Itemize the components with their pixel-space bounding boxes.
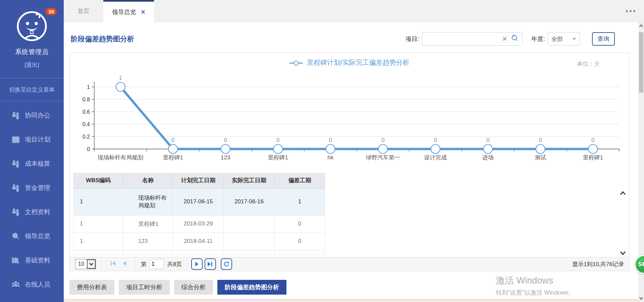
svg-text:进场: 进场 <box>482 154 494 161</box>
table-row[interactable]: 1现场标杆布局规划2017-06-152017-06-161 <box>74 188 325 215</box>
logout-link[interactable]: [退出] <box>0 61 64 69</box>
total-pages-label: 共8页 <box>167 260 182 268</box>
svg-text:设计完成: 设计完成 <box>424 154 447 161</box>
year-filter-label: 年度: <box>531 35 545 43</box>
table-cell: 1 <box>74 215 123 233</box>
sidebar-item-label: 基础资料 <box>25 256 50 265</box>
books-icon <box>11 256 20 264</box>
table-row[interactable]: 1里程碑12018-03-290 <box>74 215 325 233</box>
bottom-tab-0[interactable]: 费用分析表 <box>69 280 114 295</box>
project-search-box: × <box>422 32 523 46</box>
project-filter-label: 项目: <box>406 35 419 43</box>
sidebar-item-label: 领导总览 <box>25 232 50 241</box>
svg-text:1: 1 <box>119 75 122 81</box>
bottom-tab-2[interactable]: 综合分析 <box>174 280 213 295</box>
record-summary: 显示1到10,共76记录 <box>572 260 624 268</box>
windows-activation-watermark: 激活 Windows 转到"设置"以激活 Windows。 <box>496 274 575 297</box>
sidebar-item-6[interactable]: 基础资料 <box>0 248 64 272</box>
refresh-button[interactable] <box>221 258 232 270</box>
deviation-table-wrap: WBS编码名称计划完工日期实际完工日期偏差工期1现场标杆布局规划2017-06-… <box>73 173 629 257</box>
page-size-select[interactable]: 10 <box>75 259 96 269</box>
svg-text:0.2: 0.2 <box>83 134 90 140</box>
tab-1[interactable]: 领导总览× <box>103 0 154 22</box>
avatar[interactable] <box>16 38 48 43</box>
search-icon <box>11 232 20 240</box>
svg-text:0: 0 <box>434 137 437 143</box>
user-block: 39 系统管理员 [退出] <box>0 0 64 69</box>
main-content: 阶段偏差趋势图分析 项目: × 年度: 全部 查询 <box>64 22 638 302</box>
sidebar-item-7[interactable]: 在线人员 <box>0 272 64 297</box>
tab-label: 领导总览 <box>112 8 136 16</box>
svg-text:1: 1 <box>87 84 90 90</box>
query-button[interactable]: 查询 <box>592 32 615 46</box>
svg-text:hk: hk <box>327 154 333 161</box>
table-scrollbar <box>619 190 627 256</box>
tab-0[interactable]: 首页 <box>64 0 103 22</box>
table-cell: 123 <box>123 233 173 250</box>
bottom-tab-1[interactable]: 项目工时分析 <box>119 280 170 295</box>
year-select-value: 全部 <box>551 35 563 43</box>
year-select[interactable]: 全部 <box>548 32 580 46</box>
current-page-input[interactable] <box>149 259 164 269</box>
username: 系统管理员 <box>0 48 64 56</box>
close-icon[interactable]: × <box>141 8 145 16</box>
svg-text:0.6: 0.6 <box>83 109 90 115</box>
sidebar-item-1[interactable]: 项目计划 <box>0 128 64 152</box>
trend-line-chart: 00.20.40.60.811现场标杆布局规划0里程碑101230里程碑10hk… <box>70 69 627 169</box>
table-cell: 现场标杆布局规划 <box>123 188 173 215</box>
column-header[interactable]: 偏差工期 <box>275 173 325 188</box>
switch-custom-menu[interactable]: 切换至自定义菜单 <box>0 78 64 101</box>
page-size-value: 10 <box>75 261 87 267</box>
table-header-row: WBS编码名称计划完工日期实际完工日期偏差工期 <box>74 173 325 188</box>
column-header[interactable]: 计划完工日期 <box>173 173 224 188</box>
svg-text:0: 0 <box>276 137 279 143</box>
svg-text:0: 0 <box>539 137 542 143</box>
table-row[interactable]: 11232018-04-110 <box>74 233 325 250</box>
project-search-input[interactable] <box>422 33 502 45</box>
scroll-up-icon[interactable] <box>620 190 626 196</box>
toolbar: 阶段偏差趋势图分析 项目: × 年度: 全部 查询 <box>64 22 638 52</box>
pagination-bar: 10 第 共8页 <box>70 257 629 271</box>
svg-text:现场标杆布局规划: 现场标杆布局规划 <box>98 154 143 161</box>
scroll-down-icon[interactable] <box>620 250 626 256</box>
bottom-tab-3[interactable]: 阶段偏差趋势图分析 <box>217 280 286 295</box>
table-cell: 2018-04-11 <box>173 233 224 250</box>
first-page-button[interactable] <box>110 260 116 268</box>
prev-page-button[interactable] <box>122 260 127 268</box>
column-header[interactable]: WBS编码 <box>74 173 123 188</box>
svg-text:0: 0 <box>486 137 489 143</box>
sidebar-item-0[interactable]: 协同办公 <box>0 103 64 128</box>
people-icon <box>11 160 20 168</box>
people-icon <box>11 111 20 119</box>
sidebar-item-4[interactable]: 文档资料 <box>0 200 64 224</box>
sidebar-item-label: 文档资料 <box>25 208 50 216</box>
svg-text:0: 0 <box>171 137 174 143</box>
column-header[interactable]: 实际完工日期 <box>224 173 275 188</box>
people-icon <box>11 184 20 192</box>
chart-legend[interactable]: 里程碑计划/实际完工偏差趋势分析 <box>70 58 629 67</box>
svg-text:0.8: 0.8 <box>83 97 90 102</box>
table-cell: 1 <box>74 188 123 215</box>
chevron-down-icon <box>572 38 576 40</box>
search-icon[interactable] <box>511 34 519 44</box>
table-cell: 2018-03-29 <box>173 215 224 233</box>
scrollbar-down-icon[interactable] <box>639 297 643 300</box>
table-cell: 0 <box>275 233 325 250</box>
svg-text:0: 0 <box>329 137 332 143</box>
svg-text:测试: 测试 <box>535 154 546 161</box>
sidebar-item-2[interactable]: 成本核算 <box>0 152 64 176</box>
people-icon <box>11 208 20 216</box>
column-header[interactable]: 名称 <box>123 173 173 188</box>
chart-unit-label: 单位：天 <box>577 60 600 68</box>
more-tabs-menu-icon[interactable] <box>626 10 635 12</box>
sidebar-item-5[interactable]: 领导总览 <box>0 224 64 248</box>
sidebar-menu: 协同办公项目计划成本核算资金管理文档资料领导总览基础资料在线人员 <box>0 103 64 297</box>
sidebar-item-3[interactable]: 资金管理 <box>0 176 64 200</box>
next-page-button[interactable] <box>191 258 203 270</box>
last-page-button[interactable] <box>205 258 216 270</box>
clear-icon[interactable]: × <box>502 35 507 43</box>
scrollbar-up-icon[interactable] <box>639 24 643 28</box>
scrollbar-thumb[interactable] <box>639 32 643 93</box>
svg-text:0: 0 <box>224 137 227 143</box>
group-icon <box>11 281 20 289</box>
